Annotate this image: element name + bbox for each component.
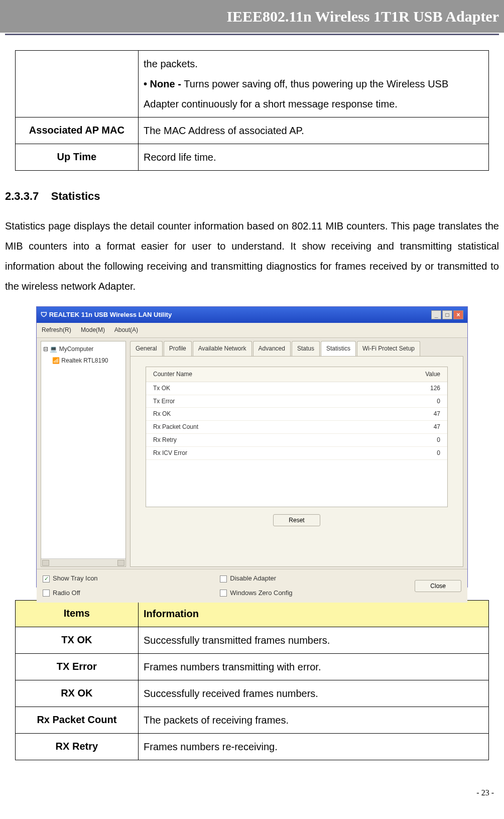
t2-r0-desc: Successfully transmitted frames numbers. [139,627,489,653]
tab-status[interactable]: Status [292,341,320,356]
counter-row: Rx ICV Error0 [146,447,447,460]
counter-row: Tx OK126 [146,382,447,395]
close-btn[interactable]: Close [415,580,461,592]
t2-hdr-items: Items [15,600,138,627]
window-titlebar: 🛡 REALTEK 11n USB Wireless LAN Utility _… [37,307,467,323]
tab-strip: General Profile Available Network Advanc… [130,341,463,356]
section-heading: 2.3.3.7 Statistics [5,186,499,207]
hdr-value: Value [425,369,440,380]
counter-row: Rx Retry0 [146,434,447,447]
scroll-left-icon[interactable] [42,560,49,566]
none-desc: Turns power saving off, thus powering up… [144,78,448,109]
counter-row: Tx Error0 [146,395,447,408]
t2-r4-label: RX Retry [15,733,138,760]
t2-r3-label: Rx Packet Count [15,707,138,733]
table1-row1-desc: the packets. • None - Turns power saving… [139,51,489,118]
tree-view[interactable]: ⊟ 💻 MyComputer 📶 Realtek RTL8190 [41,341,126,567]
tab-available-network[interactable]: Available Network [193,341,252,356]
menu-mode[interactable]: Mode(M) [81,326,105,333]
table1-row3-label: Up Time [15,144,138,171]
doc-header: IEEE802.11n Wireless 1T1R USB Adapter [0,0,504,33]
menu-bar: Refresh(R) Mode(M) About(A) [37,323,467,338]
table1-row2-label: Associated AP MAC [15,118,138,144]
tab-advanced[interactable]: Advanced [253,341,291,356]
close-button[interactable]: × [453,310,463,319]
counter-row: Rx Packet Count47 [146,421,447,434]
chk-show-tray[interactable]: ✓Show Tray Icon [43,572,98,585]
none-label: • None - [144,78,184,89]
reset-button[interactable]: Reset [273,514,320,526]
tree-scrollbar[interactable] [41,558,125,566]
chk-disable-adapter[interactable]: Disable Adapter [220,572,292,585]
counter-header: Counter Name Value [146,367,447,382]
maximize-button[interactable]: □ [442,310,452,319]
t2-r2-label: RX OK [15,680,138,707]
tree-child[interactable]: 📶 Realtek RTL8190 [43,355,123,367]
minimize-button[interactable]: _ [431,310,441,319]
utility-screenshot: 🛡 REALTEK 11n USB Wireless LAN Utility _… [36,306,468,588]
t2-r0-label: TX OK [15,627,138,653]
menu-about[interactable]: About(A) [114,326,138,333]
t2-r1-label: TX Error [15,653,138,680]
bottom-bar: ✓Show Tray Icon Radio Off Disable Adapte… [37,569,467,602]
menu-refresh[interactable]: Refresh(R) [42,326,71,333]
window-buttons: _ □ × [431,310,463,319]
table1-row1-label [15,51,138,118]
table-prev-continued: the packets. • None - Turns power saving… [15,50,489,171]
tree-root[interactable]: ⊟ 💻 MyComputer [43,343,123,355]
t2-hdr-info: Information [139,600,489,627]
main-pane: General Profile Available Network Advanc… [130,341,463,567]
t2-r3-desc: The packets of receiving frames. [139,707,489,733]
header-rule [5,34,499,35]
window-title: 🛡 REALTEK 11n USB Wireless LAN Utility [41,309,172,321]
t2-r4-desc: Frames numbers re-receiving. [139,733,489,760]
counter-row: Rx OK47 [146,408,447,421]
t2-r2-desc: Successfully received frames numbers. [139,680,489,707]
section-num: 2.3.3.7 [5,190,39,202]
page-number: - 23 - [0,775,504,800]
t2-r1-desc: Frames numbers transmitting with error. [139,653,489,680]
section-paragraph: Statistics page displays the detail coun… [5,216,499,296]
tab-general[interactable]: General [130,341,163,356]
chk-radio-off[interactable]: Radio Off [43,587,98,600]
row1-pre: the packets. [144,58,198,69]
section-title: Statistics [51,190,100,202]
scroll-right-icon[interactable] [117,560,124,566]
table1-row3-desc: Record life time. [139,144,489,171]
chk-wzc[interactable]: Windows Zero Config [220,587,292,600]
tab-statistics[interactable]: Statistics [321,341,356,356]
reset-wrap: Reset [146,514,448,526]
table-statistics-items: Items Information TX OKSuccessfully tran… [15,600,489,760]
table1-row2-desc: The MAC Address of associated AP. [139,118,489,144]
tab-profile[interactable]: Profile [164,341,192,356]
hdr-counter-name: Counter Name [153,369,192,380]
tab-body: Counter Name Value Tx OK126 Tx Error0 Rx… [130,356,463,567]
tab-wps[interactable]: Wi-Fi Protect Setup [357,341,420,356]
counter-list: Counter Name Value Tx OK126 Tx Error0 Rx… [146,367,448,507]
